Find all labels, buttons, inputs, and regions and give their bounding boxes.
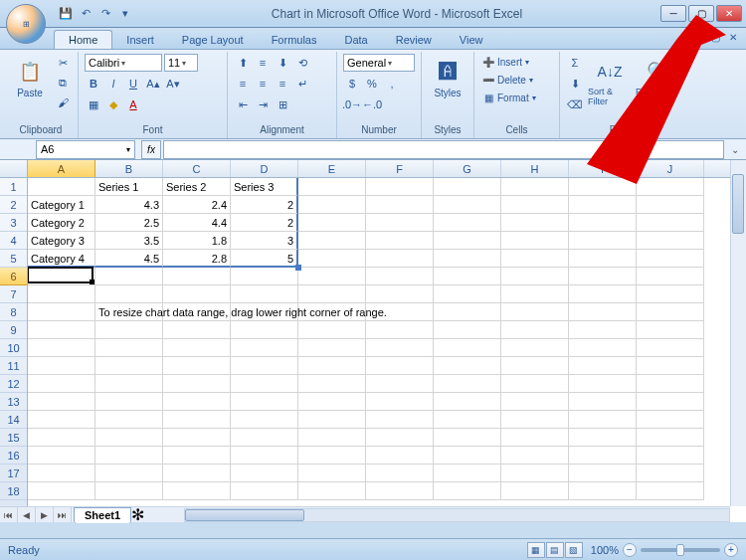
cell-I15[interactable] xyxy=(569,429,637,447)
align-center-icon[interactable]: ≡ xyxy=(254,75,272,93)
cell-J14[interactable] xyxy=(637,411,704,429)
cell-F1[interactable] xyxy=(366,178,434,196)
align-left-icon[interactable]: ≡ xyxy=(234,75,252,93)
cell-B1[interactable]: Series 1 xyxy=(95,178,163,196)
cell-G1[interactable] xyxy=(434,178,501,196)
cell-H14[interactable] xyxy=(501,411,569,429)
cell-F7[interactable] xyxy=(366,285,434,303)
cell-G2[interactable] xyxy=(434,196,501,214)
cell-A13[interactable] xyxy=(28,393,95,411)
cell-D15[interactable] xyxy=(231,429,298,447)
align-middle-icon[interactable]: ≡ xyxy=(254,54,272,72)
cell-C11[interactable] xyxy=(163,357,231,375)
grow-font-icon[interactable]: A▴ xyxy=(144,75,162,93)
cell-A14[interactable] xyxy=(28,411,95,429)
find-select-button[interactable]: 🔍 Find & Select xyxy=(636,54,679,107)
cell-D14[interactable] xyxy=(231,411,298,429)
cell-A7[interactable] xyxy=(28,285,95,303)
cell-A1[interactable] xyxy=(28,178,95,196)
cell-I16[interactable] xyxy=(569,447,637,465)
row-header-3[interactable]: 3 xyxy=(0,214,27,232)
redo-icon[interactable]: ↷ xyxy=(97,6,113,22)
new-sheet-icon[interactable]: ✻ xyxy=(131,505,144,524)
paste-button[interactable]: 📋 Paste xyxy=(10,54,50,98)
cell-G4[interactable] xyxy=(434,232,501,250)
cell-B4[interactable]: 3.5 xyxy=(95,232,163,250)
cell-J7[interactable] xyxy=(637,285,704,303)
column-header-G[interactable]: G xyxy=(434,160,501,177)
sort-filter-button[interactable]: A↓Z Sort & Filter xyxy=(588,54,632,107)
tab-formulas[interactable]: Formulas xyxy=(258,31,331,49)
cell-C6[interactable] xyxy=(163,268,231,285)
format-cells-button[interactable]: ▦Format▾ xyxy=(480,90,536,106)
name-box[interactable]: A6▾ xyxy=(36,140,135,159)
column-header-J[interactable]: J xyxy=(637,160,704,177)
cell-F14[interactable] xyxy=(366,411,434,429)
cell-H6[interactable] xyxy=(501,268,569,285)
select-all-button[interactable] xyxy=(0,160,28,178)
page-layout-view-icon[interactable]: ▤ xyxy=(546,542,564,558)
close-workbook-icon[interactable]: ✕ xyxy=(726,32,740,43)
cell-E4[interactable] xyxy=(298,232,366,250)
cell-A10[interactable] xyxy=(28,339,95,357)
formula-input[interactable] xyxy=(163,140,724,159)
format-painter-icon[interactable]: 🖌 xyxy=(54,93,72,111)
cell-H18[interactable] xyxy=(501,482,569,500)
cell-J10[interactable] xyxy=(637,339,704,357)
cut-icon[interactable]: ✂ xyxy=(54,54,72,72)
zoom-in-button[interactable]: + xyxy=(724,543,738,557)
cell-I18[interactable] xyxy=(569,482,637,500)
cell-B14[interactable] xyxy=(95,411,163,429)
font-name-combo[interactable]: Calibri▾ xyxy=(85,54,162,72)
cell-B8[interactable]: To resize chart data range, drag lower r… xyxy=(95,303,163,321)
cell-I10[interactable] xyxy=(569,339,637,357)
autosum-icon[interactable]: Σ xyxy=(566,54,584,72)
cell-H16[interactable] xyxy=(501,447,569,465)
row-header-12[interactable]: 12 xyxy=(0,375,27,393)
cell-D5[interactable]: 5 xyxy=(231,250,298,268)
align-top-icon[interactable]: ⬆ xyxy=(234,54,252,72)
font-color-icon[interactable]: A xyxy=(124,95,142,113)
save-icon[interactable]: 💾 xyxy=(58,6,74,22)
cell-B11[interactable] xyxy=(95,357,163,375)
cell-I8[interactable] xyxy=(569,303,637,321)
cell-C14[interactable] xyxy=(163,411,231,429)
cell-G10[interactable] xyxy=(434,339,501,357)
cell-C16[interactable] xyxy=(163,447,231,465)
range-resize-handle[interactable] xyxy=(295,265,301,271)
first-sheet-icon[interactable]: ⏮ xyxy=(0,507,18,523)
cell-A3[interactable]: Category 2 xyxy=(28,214,95,232)
cell-D10[interactable] xyxy=(231,339,298,357)
row-header-4[interactable]: 4 xyxy=(0,232,27,250)
cell-J8[interactable] xyxy=(637,303,704,321)
cell-B5[interactable]: 4.5 xyxy=(95,250,163,268)
row-header-10[interactable]: 10 xyxy=(0,339,27,357)
cell-C1[interactable]: Series 2 xyxy=(163,178,231,196)
cell-E16[interactable] xyxy=(298,447,366,465)
align-right-icon[interactable]: ≡ xyxy=(274,75,291,93)
cell-A2[interactable]: Category 1 xyxy=(28,196,95,214)
cell-E2[interactable] xyxy=(298,196,366,214)
cell-B10[interactable] xyxy=(95,339,163,357)
insert-cells-button[interactable]: ➕Insert▾ xyxy=(480,54,536,71)
row-header-6[interactable]: 6 xyxy=(0,268,27,285)
cell-G16[interactable] xyxy=(434,447,501,465)
cell-F16[interactable] xyxy=(366,447,434,465)
cell-E5[interactable] xyxy=(298,250,366,268)
cell-C4[interactable]: 1.8 xyxy=(163,232,231,250)
cell-E9[interactable] xyxy=(298,321,366,339)
currency-icon[interactable]: $ xyxy=(343,75,361,93)
cell-H4[interactable] xyxy=(501,232,569,250)
cell-B3[interactable]: 2.5 xyxy=(95,214,163,232)
delete-cells-button[interactable]: ➖Delete▾ xyxy=(480,72,536,89)
cell-H9[interactable] xyxy=(501,321,569,339)
last-sheet-icon[interactable]: ⏭ xyxy=(54,507,72,523)
cell-J18[interactable] xyxy=(637,482,704,500)
cell-F10[interactable] xyxy=(366,339,434,357)
cell-A4[interactable]: Category 3 xyxy=(28,232,95,250)
cell-B7[interactable] xyxy=(95,285,163,303)
row-header-18[interactable]: 18 xyxy=(0,482,27,500)
cell-A11[interactable] xyxy=(28,357,95,375)
cell-E3[interactable] xyxy=(298,214,366,232)
cell-G6[interactable] xyxy=(434,268,501,285)
